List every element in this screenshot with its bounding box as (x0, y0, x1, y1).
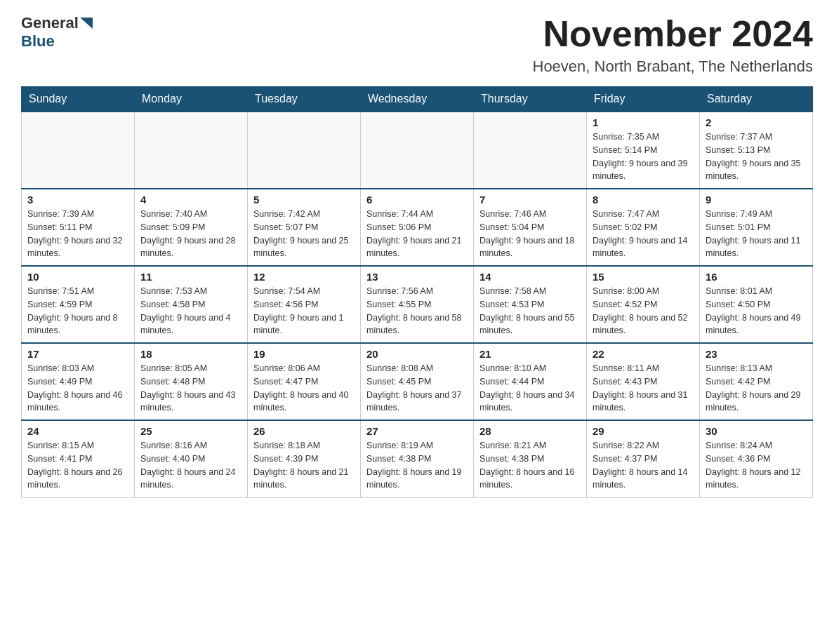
calendar-cell: 4Sunrise: 7:40 AM Sunset: 5:09 PM Daylig… (135, 189, 248, 266)
day-info: Sunrise: 7:51 AM Sunset: 4:59 PM Dayligh… (27, 285, 128, 337)
calendar-cell: 24Sunrise: 8:15 AM Sunset: 4:41 PM Dayli… (22, 420, 135, 497)
day-info: Sunrise: 7:46 AM Sunset: 5:04 PM Dayligh… (479, 208, 581, 260)
day-info: Sunrise: 7:53 AM Sunset: 4:58 PM Dayligh… (140, 285, 241, 337)
calendar-cell: 2Sunrise: 7:37 AM Sunset: 5:13 PM Daylig… (700, 112, 813, 189)
calendar-cell: 3Sunrise: 7:39 AM Sunset: 5:11 PM Daylig… (22, 189, 135, 266)
calendar-cell: 23Sunrise: 8:13 AM Sunset: 4:42 PM Dayli… (700, 343, 813, 420)
day-number: 13 (366, 271, 468, 283)
day-info: Sunrise: 8:08 AM Sunset: 4:45 PM Dayligh… (366, 362, 468, 415)
calendar-cell: 20Sunrise: 8:08 AM Sunset: 4:45 PM Dayli… (361, 343, 474, 420)
calendar-week-3: 10Sunrise: 7:51 AM Sunset: 4:59 PM Dayli… (22, 266, 813, 343)
title-block: November 2024 Hoeven, North Brabant, The… (533, 14, 814, 76)
day-number: 24 (27, 425, 128, 437)
calendar-cell: 5Sunrise: 7:42 AM Sunset: 5:07 PM Daylig… (248, 189, 361, 266)
day-number: 2 (706, 116, 807, 128)
calendar-cell: 12Sunrise: 7:54 AM Sunset: 4:56 PM Dayli… (248, 266, 361, 343)
calendar-cell: 10Sunrise: 7:51 AM Sunset: 4:59 PM Dayli… (22, 266, 135, 343)
day-info: Sunrise: 8:13 AM Sunset: 4:42 PM Dayligh… (706, 362, 807, 415)
day-number: 22 (593, 348, 694, 360)
day-info: Sunrise: 7:54 AM Sunset: 4:56 PM Dayligh… (253, 285, 355, 337)
day-number: 27 (366, 425, 468, 437)
calendar-cell: 21Sunrise: 8:10 AM Sunset: 4:44 PM Dayli… (474, 343, 587, 420)
calendar-week-1: 1Sunrise: 7:35 AM Sunset: 5:14 PM Daylig… (22, 112, 813, 189)
calendar-cell: 16Sunrise: 8:01 AM Sunset: 4:50 PM Dayli… (700, 266, 813, 343)
day-number: 25 (140, 425, 241, 437)
day-info: Sunrise: 8:01 AM Sunset: 4:50 PM Dayligh… (706, 285, 807, 337)
day-info: Sunrise: 8:24 AM Sunset: 4:36 PM Dayligh… (706, 439, 807, 492)
day-number: 28 (479, 425, 581, 437)
calendar-header-tuesday: Tuesday (248, 87, 361, 112)
calendar-cell: 29Sunrise: 8:22 AM Sunset: 4:37 PM Dayli… (587, 420, 700, 497)
day-number: 17 (27, 348, 128, 360)
day-number: 26 (253, 425, 355, 437)
logo-triangle-icon (80, 18, 93, 29)
day-number: 6 (366, 194, 468, 206)
logo-blue-text: Blue (21, 32, 55, 50)
calendar-header-monday: Monday (135, 87, 248, 112)
day-info: Sunrise: 7:49 AM Sunset: 5:01 PM Dayligh… (706, 208, 807, 260)
day-number: 19 (253, 348, 355, 360)
calendar-cell: 1Sunrise: 7:35 AM Sunset: 5:14 PM Daylig… (587, 112, 700, 189)
calendar-header-thursday: Thursday (474, 87, 587, 112)
calendar-cell: 9Sunrise: 7:49 AM Sunset: 5:01 PM Daylig… (700, 189, 813, 266)
calendar-week-4: 17Sunrise: 8:03 AM Sunset: 4:49 PM Dayli… (22, 343, 813, 420)
day-number: 4 (140, 194, 241, 206)
calendar-cell (474, 112, 587, 189)
day-info: Sunrise: 8:19 AM Sunset: 4:38 PM Dayligh… (366, 439, 468, 492)
calendar-header-row: SundayMondayTuesdayWednesdayThursdayFrid… (22, 87, 813, 112)
calendar-cell: 15Sunrise: 8:00 AM Sunset: 4:52 PM Dayli… (587, 266, 700, 343)
day-number: 8 (593, 194, 694, 206)
logo: General Blue (21, 14, 93, 51)
day-info: Sunrise: 8:16 AM Sunset: 4:40 PM Dayligh… (140, 439, 241, 492)
day-info: Sunrise: 8:21 AM Sunset: 4:38 PM Dayligh… (479, 439, 581, 492)
calendar-cell (361, 112, 474, 189)
calendar-cell: 8Sunrise: 7:47 AM Sunset: 5:02 PM Daylig… (587, 189, 700, 266)
day-number: 12 (253, 271, 355, 283)
day-info: Sunrise: 8:22 AM Sunset: 4:37 PM Dayligh… (593, 439, 694, 492)
calendar-week-2: 3Sunrise: 7:39 AM Sunset: 5:11 PM Daylig… (22, 189, 813, 266)
day-number: 1 (593, 116, 694, 128)
day-info: Sunrise: 8:15 AM Sunset: 4:41 PM Dayligh… (27, 439, 128, 492)
day-number: 9 (706, 194, 807, 206)
day-info: Sunrise: 8:18 AM Sunset: 4:39 PM Dayligh… (253, 439, 355, 492)
calendar-cell (248, 112, 361, 189)
day-info: Sunrise: 7:37 AM Sunset: 5:13 PM Dayligh… (706, 130, 807, 183)
day-number: 29 (593, 425, 694, 437)
day-number: 3 (27, 194, 128, 206)
day-info: Sunrise: 7:58 AM Sunset: 4:53 PM Dayligh… (479, 285, 581, 337)
calendar-cell (22, 112, 135, 189)
day-number: 7 (479, 194, 581, 206)
day-info: Sunrise: 8:03 AM Sunset: 4:49 PM Dayligh… (27, 362, 128, 415)
calendar-cell: 22Sunrise: 8:11 AM Sunset: 4:43 PM Dayli… (587, 343, 700, 420)
day-number: 11 (140, 271, 241, 283)
day-number: 16 (706, 271, 807, 283)
day-info: Sunrise: 7:44 AM Sunset: 5:06 PM Dayligh… (366, 208, 468, 260)
calendar-cell: 7Sunrise: 7:46 AM Sunset: 5:04 PM Daylig… (474, 189, 587, 266)
day-info: Sunrise: 7:42 AM Sunset: 5:07 PM Dayligh… (253, 208, 355, 260)
day-number: 20 (366, 348, 468, 360)
calendar-cell: 18Sunrise: 8:05 AM Sunset: 4:48 PM Dayli… (135, 343, 248, 420)
calendar-cell: 19Sunrise: 8:06 AM Sunset: 4:47 PM Dayli… (248, 343, 361, 420)
day-number: 21 (479, 348, 581, 360)
calendar-table: SundayMondayTuesdayWednesdayThursdayFrid… (21, 86, 813, 498)
calendar-cell: 17Sunrise: 8:03 AM Sunset: 4:49 PM Dayli… (22, 343, 135, 420)
day-number: 18 (140, 348, 241, 360)
day-info: Sunrise: 7:47 AM Sunset: 5:02 PM Dayligh… (593, 208, 694, 260)
day-info: Sunrise: 7:56 AM Sunset: 4:55 PM Dayligh… (366, 285, 468, 337)
day-info: Sunrise: 8:11 AM Sunset: 4:43 PM Dayligh… (593, 362, 694, 415)
calendar-cell: 6Sunrise: 7:44 AM Sunset: 5:06 PM Daylig… (361, 189, 474, 266)
page-subtitle: Hoeven, North Brabant, The Netherlands (533, 58, 814, 76)
calendar-week-5: 24Sunrise: 8:15 AM Sunset: 4:41 PM Dayli… (22, 420, 813, 497)
day-info: Sunrise: 8:00 AM Sunset: 4:52 PM Dayligh… (593, 285, 694, 337)
calendar-header-saturday: Saturday (700, 87, 813, 112)
day-info: Sunrise: 8:06 AM Sunset: 4:47 PM Dayligh… (253, 362, 355, 415)
calendar-cell: 26Sunrise: 8:18 AM Sunset: 4:39 PM Dayli… (248, 420, 361, 497)
day-number: 15 (593, 271, 694, 283)
day-number: 30 (706, 425, 807, 437)
day-info: Sunrise: 8:10 AM Sunset: 4:44 PM Dayligh… (479, 362, 581, 415)
calendar-cell: 30Sunrise: 8:24 AM Sunset: 4:36 PM Dayli… (700, 420, 813, 497)
day-number: 5 (253, 194, 355, 206)
day-info: Sunrise: 7:39 AM Sunset: 5:11 PM Dayligh… (27, 208, 128, 260)
calendar-cell (135, 112, 248, 189)
calendar-cell: 25Sunrise: 8:16 AM Sunset: 4:40 PM Dayli… (135, 420, 248, 497)
